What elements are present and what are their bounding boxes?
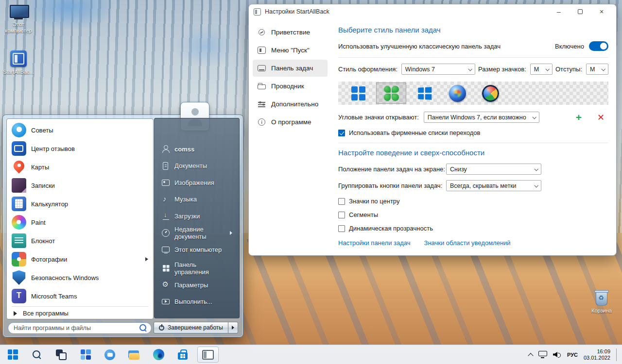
desktop-icon-recycle-bin[interactable]: Корзина [586,289,617,314]
start-style-win11[interactable] [343,83,373,104]
sidebar-item-explorer[interactable]: Проводник [253,78,328,95]
start-menu-item-windows-security[interactable]: Безопасность Windows [8,268,152,287]
start-menu-recent[interactable]: Недавние документы [157,225,236,242]
start-menu-item-paint[interactable]: Paint [8,213,152,232]
menu-item-label: Карты [31,164,49,171]
app-icon [254,8,261,16]
menu-item-label: Калькулятор [31,200,68,208]
calculator-icon [12,197,26,211]
shutdown-options-arrow[interactable] [228,322,238,333]
task-view-icon [56,349,67,360]
taskbar-settings-link[interactable]: Настройки панели задач [338,239,411,247]
all-programs-button[interactable]: Все программы [7,308,153,319]
start-menu-settings[interactable]: Параметры [157,277,236,294]
startallback-taskbar-button[interactable] [197,347,219,363]
paint-icon [12,215,26,230]
sidebar-item-label: Проводник [271,83,304,90]
show-desktop-button[interactable] [616,348,618,361]
widgets-button[interactable] [76,346,95,364]
start-button[interactable] [3,346,22,364]
start-menu-item-photos[interactable]: Фотографии [8,250,152,268]
margins-select[interactable]: M [586,64,608,75]
grouping-select[interactable]: Всегда, скрывать метки [446,180,541,191]
volume-icon[interactable] [553,351,561,358]
minimize-button[interactable]: – [548,5,570,18]
start-menu-item-feedback[interactable]: Центр отзывов [8,139,152,158]
jumplists-checkbox[interactable] [338,130,345,136]
search-icon [32,350,42,360]
arrow-right-icon [14,311,17,316]
downloads-icon [161,212,170,220]
dynamic-transparency-checkbox[interactable] [338,225,345,232]
start-style-win7-orb[interactable] [442,83,472,104]
shutdown-button[interactable]: Завершение работы [154,322,228,333]
search-input[interactable] [8,322,152,334]
jumplists-label: Использовать фирменные списки переходов [349,129,481,136]
toggle-state-label: Включено [555,43,584,50]
add-style-button[interactable]: + [576,112,582,122]
start-style-win8[interactable] [409,83,439,104]
task-view-button[interactable] [52,346,71,364]
enhanced-taskbar-toggle[interactable] [589,41,608,51]
close-button[interactable]: × [591,5,612,18]
sidebar-item-start-menu[interactable]: Меню "Пуск" [253,42,328,59]
info-icon [258,118,266,126]
start-menu: Советы Центр отзывов Карты Записки Кальк… [2,115,243,337]
file-explorer-button[interactable] [124,346,144,364]
store-button[interactable] [173,346,192,364]
language-indicator[interactable]: РУС [567,352,578,358]
start-menu-item-calculator[interactable]: Калькулятор [8,195,152,213]
tray-overflow-chevron-icon[interactable] [528,353,533,358]
shutdown-label: Завершение работы [168,324,223,331]
start-menu-item-sticky-notes[interactable]: Записки [8,176,152,195]
start-menu-music[interactable]: Музыка [157,191,236,208]
start-menu-item-maps[interactable]: Карты [8,158,152,176]
icon-size-select[interactable]: M [530,64,553,75]
grouping-value: Всегда, скрывать метки [450,182,517,189]
maximize-button[interactable] [570,5,591,18]
start-menu-documents[interactable]: Документы [157,158,236,175]
menu-item-label: Загрузки [174,213,200,220]
start-menu-downloads[interactable]: Загрузки [157,208,236,225]
tray-icons-link[interactable]: Значки области уведомлений [424,239,511,247]
sticky-notes-icon [12,178,26,193]
sidebar-item-label: О программе [271,118,311,126]
window-titlebar[interactable]: Настройки StartAllBack – × [249,4,616,19]
menu-item-label: Microsoft Teams [31,293,77,300]
visual-style-select[interactable]: Windows 7 [401,64,475,75]
network-icon[interactable] [538,351,547,358]
sidebar-item-welcome[interactable]: Приветствие [253,24,328,41]
style-label: Стиль оформления: [338,66,397,73]
dynamic-transparency-label: Динамическая прозрачность [349,225,433,232]
start-menu-user[interactable]: comss [157,141,236,158]
corner-icons-label: Угловые значки открывают: [338,114,419,121]
taskbar-search-button[interactable] [27,346,47,364]
corner-icons-select[interactable]: Панели Windows 7, если возможно [424,112,539,123]
start-menu-pictures[interactable]: Изображения [157,174,236,191]
start-style-color-orb[interactable] [475,83,505,104]
desktop-icon-this-pc[interactable]: Этот компьютер [3,5,34,34]
sidebar-item-advanced[interactable]: Дополнительно [253,96,328,113]
start-menu-item-notepad[interactable]: Блокнот [8,232,152,250]
clock[interactable]: 16:09 03.01.2022 [584,348,610,361]
windows8-logo-icon [418,87,432,100]
sidebar-item-about[interactable]: О программе [253,114,328,131]
chat-button[interactable] [100,346,120,364]
start-menu-this-pc[interactable]: Этот компьютер [157,241,236,258]
start-menu-item-tips[interactable]: Советы [8,121,152,139]
start-menu-run[interactable]: Выполнить... [157,294,236,311]
segments-checkbox[interactable] [338,212,345,218]
divider [338,143,608,143]
edge-button[interactable] [149,346,168,364]
chevron-down-icon [532,115,536,119]
start-style-clover-selected[interactable] [376,83,406,104]
remove-style-button[interactable]: ✕ [597,113,605,122]
desktop[interactable]: Этот компьютер StartAllBac... Корзина На… [0,0,622,364]
desktop-icon-startallback[interactable]: StartAllBac... [3,50,34,75]
center-icons-checkbox[interactable] [338,198,345,205]
start-menu-control-panel[interactable]: Панель управления [157,260,236,277]
taskbar-position-select[interactable]: Снизу [446,164,541,175]
sidebar-item-taskbar[interactable]: Панель задач [253,60,328,77]
start-menu-item-teams[interactable]: Microsoft Teams [8,287,152,305]
search-icon[interactable] [139,324,147,332]
